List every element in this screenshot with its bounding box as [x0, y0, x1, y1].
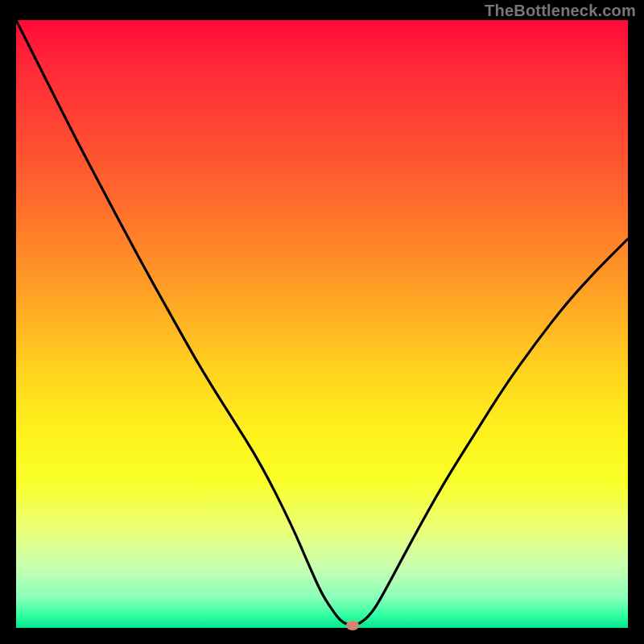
plot-area	[16, 20, 628, 628]
watermark-text: TheBottleneck.com	[485, 2, 636, 20]
curve-layer	[16, 20, 628, 628]
chart-container: TheBottleneck.com	[0, 0, 644, 644]
bottleneck-curve	[16, 20, 628, 625]
optimal-point-marker	[346, 621, 359, 630]
